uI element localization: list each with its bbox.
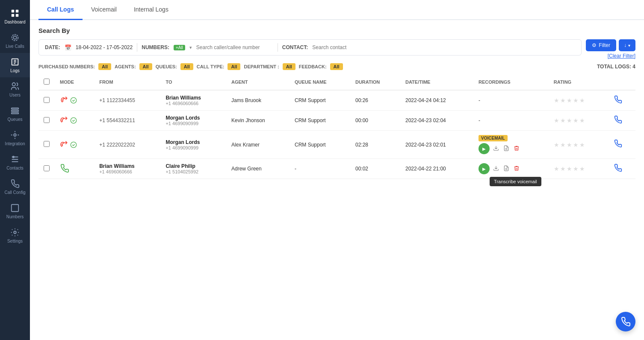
star-4-2[interactable]: ★	[560, 165, 566, 172]
sidebar-item-contacts[interactable]: Contacts	[0, 150, 30, 175]
svg-rect-8	[12, 110, 19, 111]
tab-voicemail[interactable]: Voicemail	[83, 0, 125, 20]
page-content: Search By DATE: 📅 18-04-2022 - 17-05-202…	[30, 20, 644, 340]
sidebar-item-logs[interactable]: Logs	[0, 53, 30, 77]
download-btn-3[interactable]	[492, 144, 500, 153]
feedback-value[interactable]: All	[330, 63, 343, 70]
call-btn-4[interactable]	[614, 165, 622, 174]
download-btn-4[interactable]	[492, 164, 500, 173]
star-2-2[interactable]: ★	[560, 117, 566, 124]
svg-rect-1	[16, 10, 18, 12]
agents-label: AGENTS:	[115, 64, 136, 69]
sub-filter-bar: PURCHASED NUMBERS: All AGENTS: All QUEUE…	[38, 63, 635, 70]
phone-live-icon	[10, 33, 20, 42]
row-queue: CRM Support	[290, 131, 350, 159]
play-btn-3[interactable]: ▶	[479, 143, 490, 154]
sidebar-item-settings[interactable]: Settings	[0, 223, 30, 248]
to-phone-1: +1 4696060666	[165, 101, 221, 106]
call-btn-3[interactable]	[614, 141, 622, 149]
stars-4[interactable]: ★ ★ ★ ★ ★	[554, 165, 603, 172]
row-mode	[55, 131, 94, 159]
stars-2[interactable]: ★ ★ ★ ★ ★	[554, 117, 603, 124]
numbers-dropdown-arrow[interactable]: ▾	[189, 45, 192, 50]
play-btn-4[interactable]: ▶	[479, 163, 490, 174]
sidebar-item-integration[interactable]: Integration	[0, 126, 30, 150]
star-3-1[interactable]: ★	[554, 141, 559, 148]
row-from: Brian Williams +1 4696060666	[94, 159, 160, 179]
sidebar-item-numbers[interactable]: Numbers	[0, 199, 30, 223]
svg-point-4	[13, 36, 16, 39]
row-queue: -	[290, 159, 350, 179]
fab-call-button[interactable]	[616, 312, 635, 331]
contact-search-input[interactable]	[312, 44, 381, 50]
filter-button[interactable]: ⚙ Filter	[586, 39, 616, 51]
star-3-3[interactable]: ★	[567, 141, 572, 148]
star-4-5[interactable]: ★	[579, 165, 585, 172]
star-4-3[interactable]: ★	[567, 165, 572, 172]
select-all-checkbox[interactable]	[44, 79, 50, 85]
flag-badge[interactable]: +All	[174, 45, 185, 50]
sidebar-item-users[interactable]: Users	[0, 77, 30, 102]
star-1-2[interactable]: ★	[560, 97, 566, 104]
clear-filter-link[interactable]: [Clear Filter]	[608, 53, 635, 59]
feedback-label: FEEDBACK:	[299, 64, 327, 69]
star-2-3[interactable]: ★	[567, 117, 572, 124]
row-duration: 00:02	[350, 159, 400, 179]
row-4-checkbox[interactable]	[44, 165, 50, 171]
purchased-numbers-value[interactable]: All	[98, 63, 111, 70]
row-checkbox	[38, 111, 55, 131]
row-queue: CRM Support	[290, 90, 350, 111]
star-1-5[interactable]: ★	[579, 97, 585, 104]
star-4-4[interactable]: ★	[573, 165, 579, 172]
svg-point-16	[71, 142, 76, 147]
delete-btn-4[interactable]	[513, 164, 520, 173]
star-2-1[interactable]: ★	[554, 117, 559, 124]
row-3-checkbox[interactable]	[44, 141, 50, 147]
row-2-checkbox[interactable]	[44, 117, 50, 123]
filter-right: ⚙ Filter ↓ ▾ [Clear Filter]	[586, 39, 635, 59]
star-3-2[interactable]: ★	[560, 141, 566, 148]
transcribe-btn-4[interactable]	[502, 164, 510, 173]
star-2-4[interactable]: ★	[573, 117, 579, 124]
star-3-4[interactable]: ★	[573, 141, 579, 148]
transcribe-btn-3[interactable]	[502, 144, 510, 153]
delete-btn-3[interactable]	[513, 144, 520, 153]
row-duration: 00:26	[350, 90, 400, 111]
download-button[interactable]: ↓ ▾	[619, 39, 635, 51]
row-to: Morgan Lords +1 4699090999	[160, 131, 226, 159]
star-1-4[interactable]: ★	[573, 97, 579, 104]
sidebar-item-dashboard[interactable]: Dashboard	[0, 4, 30, 29]
sidebar-item-live-calls[interactable]: Live Calls	[0, 29, 30, 53]
star-4-1[interactable]: ★	[554, 165, 559, 172]
tab-internal-logs[interactable]: Internal Logs	[125, 0, 177, 20]
queues-value[interactable]: All	[180, 63, 193, 70]
header-duration: DURATION	[350, 74, 400, 90]
date-filter-label: DATE:	[45, 44, 60, 50]
call-type-label: CALL TYPE:	[197, 64, 225, 69]
sidebar-item-call-config[interactable]: Call Config	[0, 175, 30, 199]
star-1-1[interactable]: ★	[554, 97, 559, 104]
date-value[interactable]: 18-04-2022 - 17-05-2022	[76, 44, 133, 50]
star-1-3[interactable]: ★	[567, 97, 572, 104]
tab-call-logs[interactable]: Call Logs	[38, 0, 83, 20]
call-btn-2[interactable]	[614, 117, 622, 126]
call-type-value[interactable]: All	[227, 63, 240, 70]
table-row: +1 2222022202 Morgan Lords +1 4699090999…	[38, 131, 635, 159]
numbers-search-input[interactable]	[196, 44, 273, 50]
sidebar-item-label: Logs	[10, 68, 20, 73]
table-row: +1 1122334455 Brian Williams +1 46960606…	[38, 90, 635, 111]
filter-top-row: DATE: 📅 18-04-2022 - 17-05-2022 NUMBERS:…	[38, 39, 635, 59]
department-value[interactable]: All	[283, 63, 295, 70]
stars-1[interactable]: ★ ★ ★ ★ ★	[554, 97, 603, 104]
sidebar-item-queues[interactable]: Queues	[0, 102, 30, 126]
logs-icon	[10, 57, 20, 67]
row-1-checkbox[interactable]	[44, 97, 50, 103]
call-btn-1[interactable]	[614, 97, 622, 106]
stars-3[interactable]: ★ ★ ★ ★ ★	[554, 141, 603, 148]
header-to: TO	[160, 74, 226, 90]
svg-point-15	[71, 117, 76, 123]
row-rating: ★ ★ ★ ★ ★	[549, 111, 609, 131]
star-3-5[interactable]: ★	[579, 141, 585, 148]
star-2-5[interactable]: ★	[579, 117, 585, 124]
agents-value[interactable]: All	[139, 63, 152, 70]
